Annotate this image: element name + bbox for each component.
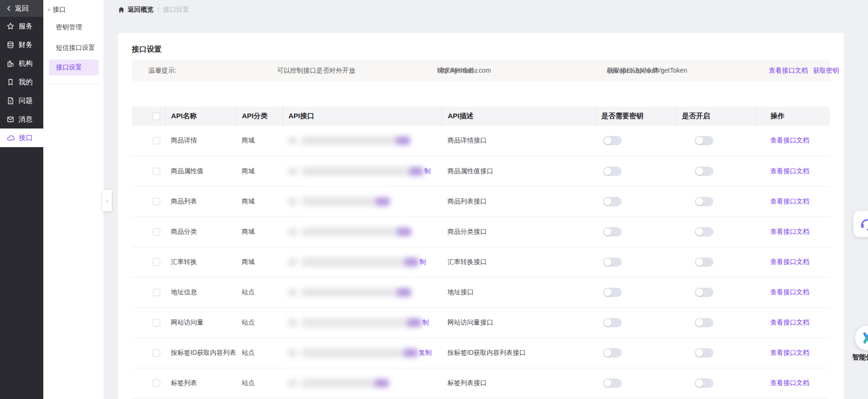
need-key-toggle[interactable]	[603, 318, 622, 327]
enabled-toggle[interactable]	[695, 379, 713, 388]
row-checkbox[interactable]	[153, 168, 160, 175]
copy-link[interactable]: 制	[424, 167, 431, 176]
view-api-doc-link[interactable]: 查看接口文档	[770, 258, 809, 265]
row-checkbox[interactable]	[153, 289, 160, 296]
sidebar-item-organization[interactable]: 机构	[0, 54, 43, 73]
row-checkbox[interactable]	[153, 379, 160, 387]
enabled-toggle[interactable]	[695, 348, 713, 358]
copy-link[interactable]: 复制	[419, 349, 432, 357]
api-endpoint-redacted	[288, 136, 442, 145]
col-header-actions: 操作	[755, 107, 830, 126]
copy-link[interactable]: 制	[422, 318, 429, 327]
col-header-api-name: API名称	[165, 107, 236, 126]
need-key-toggle[interactable]	[603, 227, 622, 237]
need-key-toggle[interactable]	[603, 257, 622, 267]
need-key-toggle[interactable]	[603, 167, 622, 176]
redaction-bar	[301, 379, 387, 388]
need-key-toggle[interactable]	[603, 197, 622, 206]
api-table-body: 商品详情商城商品详情接口查看接口文档商品属性值商城制商品属性值接口查看接口文档商…	[132, 126, 830, 398]
sidebar-item-messages[interactable]: 消息	[0, 110, 43, 128]
enabled-toggle[interactable]	[695, 227, 713, 237]
customer-support-widget[interactable]	[854, 211, 868, 237]
ai-agent-button[interactable]	[855, 326, 868, 350]
submenu-item-sms-api-settings[interactable]: 短信接口设置	[43, 41, 103, 55]
sidebar-item-api[interactable]: 接口	[0, 128, 43, 147]
cell-api-category: 站点	[236, 277, 283, 307]
toggle-knob	[696, 258, 703, 266]
cell-api-endpoint	[283, 186, 442, 216]
sidebar-item-mine[interactable]: 我的	[0, 73, 43, 91]
view-api-doc-link[interactable]: 查看接口文档	[770, 167, 809, 175]
api-endpoint-redacted	[288, 197, 442, 206]
sidebar-back-button[interactable]: 返回	[0, 0, 43, 17]
view-api-doc-link[interactable]: 查看接口文档	[770, 197, 809, 205]
submenu-group-label: 接口	[53, 6, 66, 14]
tip-label: 温馨提示:	[149, 60, 176, 81]
sidebar-collapse-handle[interactable]: ‹	[102, 190, 112, 211]
chevron-left-icon	[7, 6, 11, 11]
copy-button-blurred	[407, 318, 421, 327]
cell-api-category: 商城	[236, 247, 283, 277]
view-api-doc-link[interactable]: 查看接口文档	[770, 136, 809, 144]
submenu-group-header[interactable]: ∧ 接口	[43, 0, 103, 14]
row-checkbox[interactable]	[153, 228, 160, 236]
cell-enabled	[676, 126, 755, 156]
sidebar-item-finance[interactable]: 财务	[0, 35, 43, 54]
ai-agent-widget[interactable]: 智能体	[852, 326, 868, 362]
view-api-doc-link[interactable]: 查看接口文档	[770, 228, 809, 235]
row-checkbox[interactable]	[153, 319, 160, 326]
need-key-toggle[interactable]	[603, 348, 622, 358]
breadcrumb-separator: /	[157, 6, 159, 14]
need-key-toggle[interactable]	[603, 288, 622, 297]
get-secret-key-link[interactable]: 获取密钥	[813, 60, 839, 81]
enabled-toggle[interactable]	[695, 197, 713, 206]
enabled-toggle[interactable]	[695, 257, 713, 267]
view-api-doc-link[interactable]: 查看接口文档	[770, 288, 809, 296]
table-row: 商品列表商城商品列表接口查看接口文档	[132, 186, 830, 216]
enabled-toggle[interactable]	[695, 136, 713, 145]
redaction-blur	[288, 167, 423, 176]
toggle-knob	[696, 137, 703, 144]
view-api-docs-link[interactable]: 查看接口文档	[769, 60, 808, 81]
need-key-toggle[interactable]	[603, 136, 622, 145]
sidebar-item-label: 消息	[19, 115, 33, 124]
copy-button-blurred	[375, 379, 389, 387]
submenu-item-key-management[interactable]: 密钥管理	[43, 20, 103, 34]
cell-actions: 查看接口文档	[755, 186, 830, 216]
enabled-toggle[interactable]	[695, 318, 713, 327]
toggle-knob	[604, 137, 611, 144]
copy-button-blurred	[376, 197, 390, 206]
cell-api-endpoint	[283, 126, 442, 156]
cell-need-key	[596, 338, 676, 368]
sidebar-item-issues[interactable]: 问题	[0, 91, 43, 110]
submenu-item-api-settings[interactable]: 接口设置	[49, 60, 99, 75]
table-row: 商品属性值商城制商品属性值接口查看接口文档	[132, 156, 830, 186]
select-all-checkbox[interactable]	[153, 113, 160, 120]
copy-link[interactable]: 制	[420, 258, 426, 266]
api-domain-value: http://gemeifu.com	[437, 60, 491, 81]
breadcrumb-back-link[interactable]: 返回概览	[118, 6, 154, 14]
cell-api-desc: 地址接口	[442, 277, 596, 307]
asterisk-logo-icon	[860, 331, 868, 345]
row-checkbox[interactable]	[153, 198, 160, 205]
cell-enabled	[676, 368, 755, 398]
enabled-toggle[interactable]	[695, 288, 713, 297]
row-checkbox[interactable]	[153, 137, 160, 144]
view-api-doc-link[interactable]: 查看接口文档	[770, 349, 809, 356]
row-checkbox[interactable]	[153, 258, 160, 266]
view-api-doc-link[interactable]: 查看接口文档	[770, 379, 809, 386]
collapse-caret-icon: ∧	[47, 7, 51, 12]
redaction-bar	[301, 136, 408, 145]
api-endpoint-redacted	[288, 288, 442, 297]
view-api-doc-link[interactable]: 查看接口文档	[770, 318, 809, 326]
sidebar-item-services[interactable]: 服务	[0, 17, 43, 35]
cell-need-key	[596, 216, 676, 247]
enabled-toggle[interactable]	[695, 167, 713, 176]
headset-icon	[859, 216, 868, 232]
bookmark-icon	[7, 78, 14, 86]
need-key-toggle[interactable]	[603, 379, 622, 388]
sidebar-item-label: 机构	[19, 59, 33, 68]
sidebar-back-label: 返回	[15, 4, 29, 13]
page-title: 接口设置	[132, 33, 830, 54]
row-checkbox[interactable]	[153, 349, 160, 357]
